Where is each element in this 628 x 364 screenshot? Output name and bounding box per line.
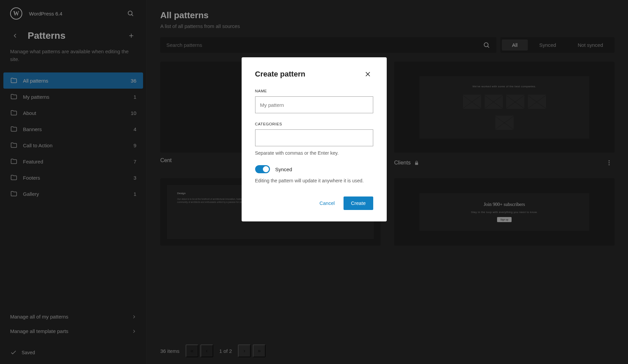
toggle-knob bbox=[263, 166, 269, 172]
create-pattern-modal: Create pattern NAME CATEGORIES Separate … bbox=[242, 57, 387, 221]
synced-toggle-label: Synced bbox=[275, 166, 292, 172]
cancel-button[interactable]: Cancel bbox=[312, 196, 342, 210]
categories-field-label: CATEGORIES bbox=[255, 122, 373, 126]
name-field-label: NAME bbox=[255, 89, 373, 93]
modal-overlay: Create pattern NAME CATEGORIES Separate … bbox=[0, 0, 628, 364]
synced-toggle[interactable] bbox=[255, 165, 270, 173]
create-button[interactable]: Create bbox=[344, 196, 373, 210]
synced-toggle-description: Editing the pattern will update it anywh… bbox=[255, 177, 373, 184]
pattern-categories-input[interactable] bbox=[255, 129, 373, 146]
close-icon bbox=[364, 71, 371, 78]
categories-hint: Separate with commas or the Enter key. bbox=[255, 150, 373, 156]
modal-close-button[interactable] bbox=[362, 69, 373, 80]
modal-title: Create pattern bbox=[255, 70, 305, 79]
pattern-name-input[interactable] bbox=[255, 96, 373, 113]
